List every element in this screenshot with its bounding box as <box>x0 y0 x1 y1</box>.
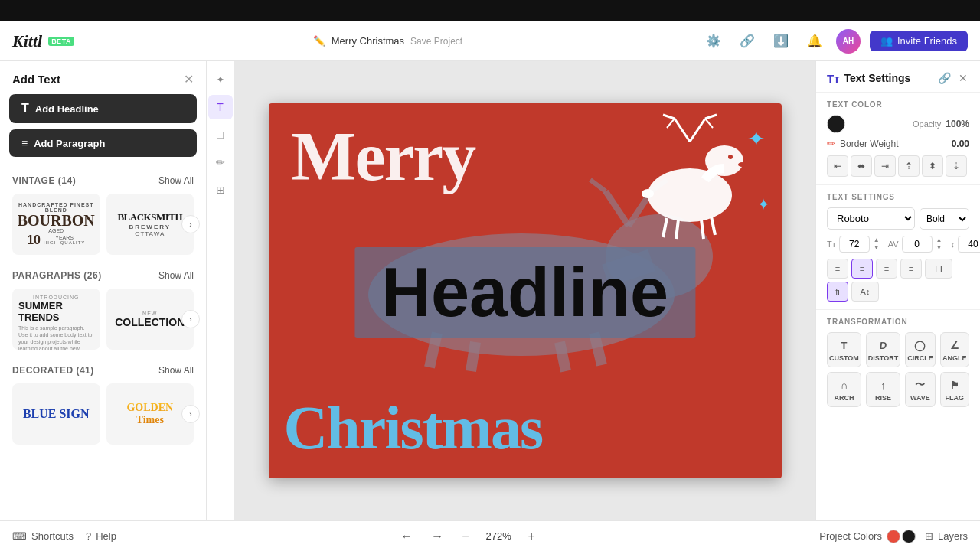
paragraph-item-summer[interactable]: INTRODUCING SUMMER TRENDS This is a samp… <box>12 289 100 350</box>
font-weight-select[interactable]: Bold Regular Light <box>920 208 969 230</box>
letter-spacing-up[interactable]: ▲ <box>936 236 943 244</box>
transform-flag-label: FLAG <box>946 394 965 402</box>
project-name[interactable]: Merry Christmas <box>332 35 404 47</box>
vintage-next-chevron[interactable]: › <box>181 215 200 233</box>
align-top-btn[interactable]: ⇡ <box>898 155 920 177</box>
help-label: Help <box>96 530 116 542</box>
add-headline-label: Add Headline <box>35 103 99 115</box>
transform-distort[interactable]: D DISTORT <box>866 332 900 367</box>
font-size-up[interactable]: ▲ <box>873 236 880 244</box>
invite-friends-button[interactable]: 👥 Invite Friends <box>870 31 968 51</box>
canvas[interactable]: Merry Christmas <box>269 103 782 478</box>
align-text-left-btn[interactable]: ≡ <box>827 259 848 279</box>
font-size-input[interactable]: 72 <box>839 236 870 253</box>
align-bottom-btn[interactable]: ⇣ <box>946 155 967 177</box>
transform-custom[interactable]: T CUSTOM <box>827 332 861 367</box>
tool-select[interactable]: ✦ <box>208 67 233 92</box>
tool-rail: ✦ T □ ✏ ⊞ <box>207 61 234 520</box>
tool-paint[interactable]: ✏ <box>208 150 233 174</box>
zoom-in-btn[interactable]: + <box>522 527 541 546</box>
paragraphs-show-all[interactable]: Show All <box>158 270 194 281</box>
settings-icon-button[interactable]: ⚙️ <box>701 29 726 54</box>
notifications-icon-button[interactable]: 🔔 <box>802 29 827 54</box>
transform-circle[interactable]: ◯ CIRCLE <box>905 332 936 367</box>
zoom-right-btn[interactable]: → <box>425 527 449 546</box>
transform-wave[interactable]: 〜 WAVE <box>905 372 936 407</box>
font-size-stepper[interactable]: ▲ ▼ <box>873 236 880 252</box>
paragraph-item-collection[interactable]: NEW COLLECTION <box>106 289 194 350</box>
align-text-center-btn[interactable]: ≡ <box>851 259 873 279</box>
transform-rise[interactable]: ↑ RISE <box>866 372 900 407</box>
sidebar-close-button[interactable]: ✕ <box>184 72 194 86</box>
add-headline-button[interactable]: T Add Headline <box>9 94 197 123</box>
text-tt-btn[interactable]: TT <box>925 259 952 279</box>
vintage-show-all[interactable]: Show All <box>158 175 194 186</box>
project-colors-button[interactable]: Project Colors <box>819 530 916 543</box>
layers-icon: ⊞ <box>925 530 933 542</box>
save-project-button[interactable]: Save Project <box>410 36 462 47</box>
transform-distort-label: DISTORT <box>868 354 898 362</box>
svg-line-2 <box>667 119 675 128</box>
christmas-text: Christmas <box>284 393 705 463</box>
help-button[interactable]: ? Help <box>86 530 116 542</box>
paragraph-icon: ≡ <box>21 137 28 149</box>
font-size-down[interactable]: ▼ <box>873 244 880 252</box>
blue-sign-text: BLUE SIGN <box>23 407 90 421</box>
border-icon: ✏ <box>827 138 835 149</box>
zoom-out-btn[interactable]: − <box>456 527 475 546</box>
para-body: This is a sample paragraph. Use it to ad… <box>18 324 94 350</box>
avatar[interactable]: AH <box>836 29 861 54</box>
layers-button[interactable]: ⊞ Layers <box>925 530 968 542</box>
tool-zoom[interactable]: ⊞ <box>208 178 233 202</box>
paragraphs-section: PARAGRAPHS (26) Show All INTRODUCING SUM… <box>0 261 206 356</box>
text-size-btn[interactable]: A↕ <box>851 282 879 302</box>
svg-line-8 <box>663 218 667 237</box>
align-center-v-btn[interactable]: ⬍ <box>922 155 943 177</box>
align-text-justify-btn[interactable]: ≡ <box>900 259 922 279</box>
letter-spacing-stepper[interactable]: ▲ ▼ <box>936 236 943 252</box>
shortcuts-button[interactable]: ⌨ Shortcuts <box>12 530 74 542</box>
add-paragraph-label: Add Paragraph <box>34 138 105 149</box>
svg-line-11 <box>711 217 715 235</box>
panel-link-icon[interactable]: 🔗 <box>936 70 952 86</box>
transform-angle[interactable]: ∠ ANGLE <box>940 332 969 367</box>
line-height-input[interactable]: 40 <box>958 236 980 253</box>
left-sidebar: Add Text ✕ T Add Headline ≡ Add Paragrap… <box>0 61 207 520</box>
paragraphs-next-chevron[interactable]: › <box>181 310 200 328</box>
headline-container[interactable]: Headline <box>354 247 695 338</box>
opacity-label: Opacity <box>913 119 941 129</box>
decorated-show-all[interactable]: Show All <box>158 365 194 376</box>
vintage-item-blacksmith[interactable]: BLACKSMITH BREWERY OTTAWA <box>106 194 194 255</box>
collection-top: NEW <box>115 311 185 316</box>
zoom-left-btn[interactable]: ← <box>394 527 419 546</box>
transform-arch-label: ARCH <box>834 394 854 402</box>
decorated-section-title: DECORATED (41) <box>12 365 94 376</box>
sparkle-top: ✦ <box>747 126 765 152</box>
align-right-btn[interactable]: ⇥ <box>874 155 896 177</box>
text-color-label: TEXT COLOR <box>827 100 969 109</box>
transform-arch[interactable]: ∩ ARCH <box>827 372 861 407</box>
para-intro: INTRODUCING <box>33 295 79 300</box>
align-text-right-btn[interactable]: ≡ <box>876 259 897 279</box>
text-color-swatch[interactable] <box>827 115 845 133</box>
vintage-item-bourbon[interactable]: HANDCRAFTED FINEST BLEND BOURBON AGED 10… <box>12 194 100 255</box>
letter-spacing-down[interactable]: ▼ <box>936 244 943 252</box>
border-value: 0.00 <box>952 139 969 149</box>
download-icon-button[interactable]: ⬇️ <box>769 29 793 54</box>
add-paragraph-button[interactable]: ≡ Add Paragraph <box>9 129 197 157</box>
letter-spacing-input[interactable]: 0 <box>902 236 933 253</box>
help-icon: ? <box>86 530 91 542</box>
transform-flag[interactable]: ⚑ FLAG <box>940 372 969 407</box>
share-icon-button[interactable]: 🔗 <box>735 29 760 54</box>
align-center-h-btn[interactable]: ⬌ <box>851 155 872 177</box>
decorated-item-blue-sign[interactable]: BLUE SIGN <box>12 383 100 445</box>
tool-shapes[interactable]: □ <box>208 122 233 147</box>
panel-close-button[interactable]: ✕ <box>957 70 969 86</box>
project-colors-label: Project Colors <box>819 530 882 542</box>
text-frac-btn[interactable]: fi <box>827 282 848 302</box>
font-family-select[interactable]: Roboto Arial Georgia <box>827 207 915 230</box>
tool-text[interactable]: T <box>208 95 233 119</box>
decorated-item-golden-times[interactable]: GOLDENTimes <box>106 383 194 445</box>
decorated-next-chevron[interactable]: › <box>181 405 200 423</box>
align-left-btn[interactable]: ⇤ <box>827 155 848 177</box>
